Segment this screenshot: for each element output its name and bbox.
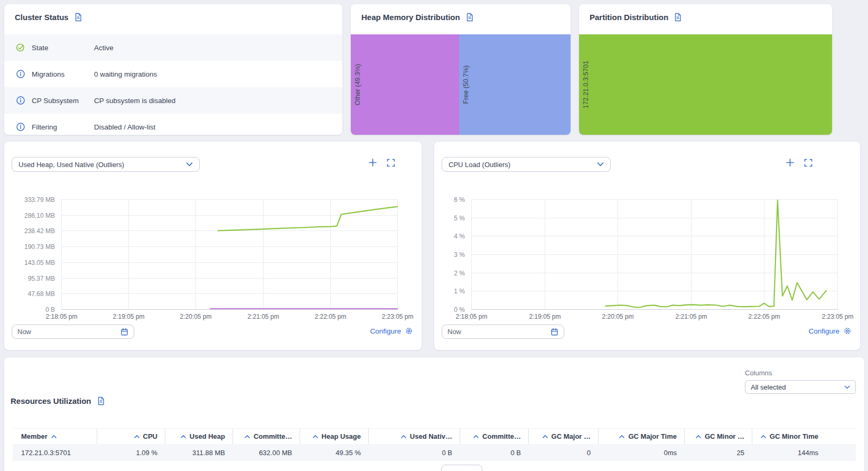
x-tick-label: 2:18:05 pm [45, 313, 77, 320]
member-cell: 0 [528, 444, 598, 461]
info-circle-icon [16, 96, 25, 105]
time-range-input[interactable]: Now [12, 325, 134, 339]
distribution-bar-segment[interactable]: Other (49.3%) [351, 34, 459, 135]
column-header-committe[interactable]: Committe… [460, 429, 528, 444]
member-row[interactable]: 172.21.0.3:57011.09 %311.88 MB632.00 MB4… [13, 444, 856, 461]
members-table: MemberCPUUsed HeapCommitte…Heap UsageUse… [13, 428, 856, 461]
page-size-select[interactable] [441, 465, 482, 471]
fullscreen-icon[interactable] [387, 158, 395, 167]
member-cell: 311.88 MB [165, 444, 232, 461]
members-table-header: MemberCPUUsed HeapCommitte…Heap UsageUse… [13, 428, 856, 444]
column-header-gc-minor[interactable]: GC Minor … [684, 429, 752, 444]
x-tick-label: 2:23:05 pm [381, 313, 413, 320]
column-header-cpu[interactable]: CPU [97, 429, 165, 444]
series-cpu-load [605, 200, 826, 308]
configure-link[interactable]: Configure [370, 327, 413, 335]
status-value: Disabled / Allow-list [94, 123, 155, 131]
column-header-member[interactable]: Member [13, 429, 97, 444]
cluster-status-row: FilteringDisabled / Allow-list [4, 114, 342, 135]
heap-memory-distribution-card: Heap Memory Distribution Other (49.3%)Fr… [351, 4, 571, 135]
time-range-value: Now [17, 328, 31, 336]
resources-utilization-title: Resources Utilization [11, 396, 105, 405]
sort-caret-icon [543, 435, 548, 438]
x-axis-labels: 2:18:05 pm2:19:05 pm2:20:05 pm2:21:05 pm… [61, 313, 398, 321]
column-header-gc-major[interactable]: GC Major … [528, 429, 598, 444]
column-header-label: GC Major … [552, 432, 591, 440]
partition-distribution-title: Partition Distribution [590, 13, 832, 22]
member-cell: 0ms [598, 444, 684, 461]
member-cell: 0 B [460, 444, 528, 461]
column-header-heap-usage[interactable]: Heap Usage [300, 429, 368, 444]
heap-chart-plot[interactable] [61, 199, 398, 310]
header-filler [826, 429, 856, 444]
cluster-status-row: CP SubsystemCP subsystem is disabled [4, 87, 342, 114]
column-header-used-nativ[interactable]: Used Nativ… [368, 429, 460, 444]
chart-canvas [61, 199, 398, 310]
heap-chart-panel: Used Heap, Used Native (Outliers) 333.79… [4, 142, 422, 350]
metric-select-value: Used Heap, Used Native (Outliers) [18, 161, 124, 169]
series-used-heap [218, 207, 397, 231]
resources-utilization-title-text: Resources Utilization [11, 396, 91, 405]
cluster-status-row: Migrations0 waiting migrations [4, 61, 342, 87]
fullscreen-icon[interactable] [804, 158, 813, 167]
column-header-label: Committe… [482, 432, 521, 440]
sort-caret-icon [401, 435, 406, 438]
sort-caret-icon [181, 435, 186, 438]
member-cell: 25 [684, 444, 752, 461]
member-cell: 172.21.0.3:5701 [13, 444, 97, 461]
sort-caret-icon [473, 435, 479, 438]
document-icon[interactable] [74, 13, 82, 22]
column-header-label: Used Nativ… [410, 432, 452, 440]
columns-select[interactable]: All selected [745, 380, 856, 394]
cluster-status-card: Cluster Status StateActiveMigrations0 wa… [4, 4, 342, 135]
document-icon[interactable] [674, 13, 682, 22]
members-table-body: 172.21.0.3:57011.09 %311.88 MB632.00 MB4… [13, 444, 856, 461]
x-tick-label: 2:20:05 pm [602, 313, 633, 320]
column-header-label: Used Heap [190, 432, 225, 440]
column-header-used-heap[interactable]: Used Heap [165, 429, 232, 444]
status-label: State [32, 44, 94, 52]
info-circle-icon [16, 122, 25, 132]
metric-select[interactable]: Used Heap, Used Native (Outliers) [12, 157, 200, 172]
x-tick-label: 2:23:05 pm [822, 313, 853, 320]
column-header-label: CPU [143, 432, 157, 440]
calendar-icon[interactable] [120, 328, 128, 336]
time-range-input[interactable]: Now [442, 325, 564, 339]
partition-distribution-card: Partition Distribution 172.21.0.3:5701 [579, 4, 832, 135]
column-header-committe[interactable]: Committe… [232, 429, 300, 444]
chevron-down-icon [597, 162, 604, 167]
cpu-chart-panel: CPU Load (Outliers) 6 %5 %4 %3 %2 %1 %0 … [434, 142, 860, 350]
x-tick-label: 2:18:05 pm [455, 313, 487, 320]
heap-distribution-bars: Other (49.3%)Free (50.7%) [351, 34, 571, 135]
sort-caret-icon [134, 435, 139, 438]
member-cell: 0 B [368, 444, 460, 461]
configure-label: Configure [808, 327, 839, 335]
y-tick-label: 2 % [454, 270, 465, 277]
distribution-bar-segment[interactable]: 172.21.0.3:5701 [579, 34, 832, 135]
cpu-chart-plot[interactable] [471, 199, 838, 310]
y-axis-labels: 333.79 MB286.10 MB238.42 MB190.73 MB143.… [8, 199, 57, 310]
columns-group: Columns All selected [745, 369, 856, 394]
sort-caret-icon [696, 435, 701, 438]
cluster-status-title: Cluster Status [15, 13, 342, 22]
calendar-icon[interactable] [550, 328, 558, 336]
distribution-bar-segment[interactable]: Free (50.7%) [459, 34, 571, 135]
chevron-down-icon [186, 162, 193, 167]
x-axis-labels: 2:18:05 pm2:19:05 pm2:20:05 pm2:21:05 pm… [471, 313, 838, 321]
metric-select[interactable]: CPU Load (Outliers) [442, 157, 611, 172]
metric-select-value: CPU Load (Outliers) [449, 161, 510, 169]
column-header-gc-major-time[interactable]: GC Major Time [598, 429, 684, 444]
document-icon[interactable] [465, 13, 474, 22]
y-tick-label: 3 % [454, 251, 465, 258]
status-label: Filtering [32, 123, 94, 131]
document-icon[interactable] [97, 396, 105, 405]
add-chart-icon[interactable] [786, 158, 795, 167]
configure-link[interactable]: Configure [808, 327, 852, 335]
y-tick-label: 238.42 MB [24, 227, 55, 235]
x-tick-label: 2:19:05 pm [529, 313, 561, 320]
column-header-label: GC Minor Time [770, 432, 818, 440]
member-cell: 1.09 % [97, 444, 165, 461]
y-tick-label: 47.68 MB [28, 290, 55, 298]
add-chart-icon[interactable] [368, 158, 377, 167]
column-header-gc-minor-time[interactable]: GC Minor Time [752, 429, 826, 444]
